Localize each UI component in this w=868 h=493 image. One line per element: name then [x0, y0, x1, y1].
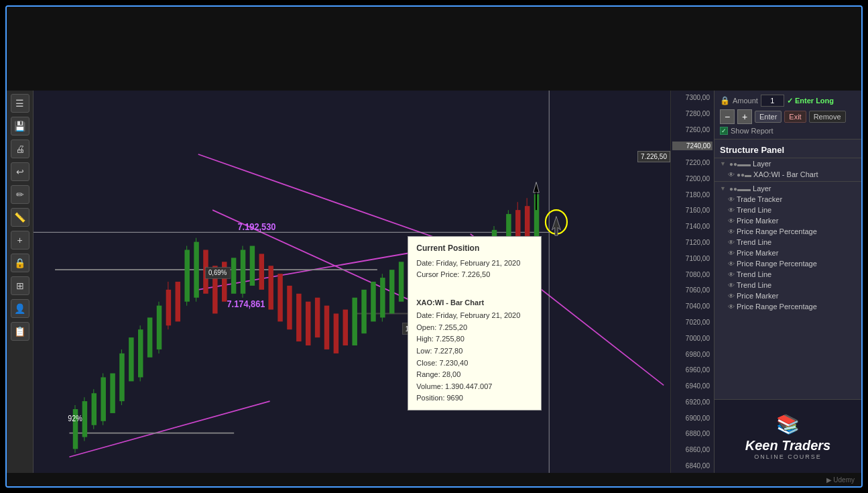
price-7060: 7060,00 — [672, 286, 712, 294]
price-6880: 6880,00 — [672, 430, 712, 437]
tooltip-chart-date: Date: Friday, February 21, 2020 — [416, 310, 533, 322]
pricerange-3-label: Price Range Percentage — [737, 303, 817, 311]
amount-input[interactable]: 1 — [761, 95, 784, 107]
exit-button[interactable]: Exit — [784, 111, 806, 123]
trendline-2-label: Trend Line — [737, 238, 771, 246]
price-6900: 6900,00 — [672, 415, 712, 422]
price-7120: 7120,00 — [672, 239, 712, 246]
pricerange-2-item[interactable]: 👁 Price Range Percentage — [715, 258, 861, 269]
chart-item[interactable]: 👁 ●●▬ XAO:WI - Bar Chart — [715, 169, 861, 180]
svg-rect-25 — [147, 317, 152, 357]
svg-rect-38 — [231, 258, 236, 293]
draw-btn[interactable]: ✏ — [11, 185, 29, 204]
svg-text:7.174,861: 7.174,861 — [227, 298, 265, 309]
udemy-label: ▶ Udemy — [826, 476, 855, 484]
layer-1[interactable]: ▼ ●●▬▬ Layer — [715, 158, 861, 169]
trade-tracker-item[interactable]: 👁 Trade Tracker — [715, 194, 861, 205]
show-report-checkbox[interactable]: ✓ — [720, 127, 728, 135]
notes-btn[interactable]: 📋 — [11, 322, 29, 341]
svg-rect-26 — [157, 306, 162, 349]
remove-button[interactable]: Remove — [809, 111, 846, 123]
svg-rect-42 — [259, 254, 264, 289]
price-7160: 7160,00 — [672, 207, 712, 214]
grid-btn[interactable]: ⊞ — [11, 276, 29, 295]
price-7220: 7220,00 — [672, 159, 712, 166]
svg-rect-30 — [176, 282, 180, 321]
pricemarker-3-item[interactable]: 👁 Price Marker — [715, 290, 861, 301]
kt-icon: 📚 — [776, 413, 800, 435]
tooltip-cursor-price: Cursor Price: 7.226,50 — [416, 269, 533, 281]
trendline-3-item[interactable]: 👁 Trend Line — [715, 269, 861, 280]
trendline-2-item[interactable]: 👁 Trend Line — [715, 237, 861, 248]
lock-btn[interactable]: 🔒 — [11, 254, 29, 272]
svg-rect-45 — [287, 286, 292, 329]
chart-icons: ●●▬ — [737, 171, 751, 178]
tooltip-open: Open: 7.255,20 — [416, 322, 533, 334]
svg-rect-43 — [268, 266, 273, 309]
svg-rect-15 — [92, 393, 97, 425]
save-btn[interactable]: 💾 — [11, 117, 29, 135]
eye-icon-tl3: 👁 — [728, 271, 735, 278]
trade-row-2: − + Enter Exit Remove — [720, 109, 856, 124]
layer-2-label: Layer — [753, 184, 771, 193]
svg-rect-44 — [277, 274, 282, 321]
minus-button[interactable]: − — [720, 109, 735, 124]
svg-rect-51 — [343, 310, 348, 345]
trade-row-1: 🔒 Amount 1 ✓ Enter Long — [720, 95, 856, 107]
structure-panel-title: Structure Panel — [715, 142, 861, 158]
svg-rect-47 — [306, 302, 310, 345]
pricerange-1-item[interactable]: 👁 Price Range Percentage — [715, 226, 861, 237]
plus-button[interactable]: + — [737, 109, 752, 124]
tooltip-chart-title: XAO:WI - Bar Chart — [416, 297, 533, 309]
trendline-1-item[interactable]: 👁 Trend Line — [715, 205, 861, 215]
price-6860: 6860,00 — [672, 446, 712, 453]
ruler-btn[interactable]: 📏 — [11, 208, 29, 227]
layer-icons-1: ●●▬▬ — [729, 160, 751, 168]
amount-label: Amount — [733, 97, 758, 105]
eye-icon-pm2: 👁 — [728, 250, 735, 257]
svg-rect-19 — [110, 374, 115, 413]
print-btn[interactable]: 🖨 — [11, 140, 29, 158]
svg-text:7.192,530: 7.192,530 — [237, 221, 275, 232]
tooltip-date: Date: Friday, February 21, 2020 — [416, 258, 533, 270]
price-7240: 7240,00 — [672, 142, 712, 150]
svg-rect-48 — [315, 298, 320, 337]
price-6940: 6940,00 — [672, 382, 712, 390]
crosshair-price: 7.226,50 — [637, 151, 670, 162]
eye-icon-pm3: 👁 — [728, 292, 735, 300]
price-7300: 7300,00 — [672, 94, 712, 101]
pricemarker-2-label: Price Marker — [737, 249, 778, 257]
user-btn[interactable]: 👤 — [11, 299, 29, 318]
eye-icon-tl1: 👁 — [728, 207, 735, 214]
eye-icon-prp3: 👁 — [728, 303, 735, 311]
svg-rect-22 — [129, 337, 133, 381]
layer-2[interactable]: ▼ ●●▬▬ Layer — [715, 183, 861, 194]
trendline-3-label: Trend Line — [737, 270, 771, 278]
add-btn[interactable]: + — [11, 231, 29, 250]
price-6840: 6840,00 — [672, 462, 712, 470]
trade-controls: 🔒 Amount 1 ✓ Enter Long − + Enter Exit R… — [715, 91, 861, 140]
svg-rect-54 — [371, 282, 375, 321]
trendline-4-item[interactable]: 👁 Trend Line — [715, 280, 861, 290]
svg-rect-50 — [334, 314, 338, 353]
main-content: ☰ 💾 🖨 ↩ ✏ 📏 + 🔒 ⊞ 👤 📋 — [7, 91, 861, 473]
tooltip-popup: Current Position Date: Friday, February … — [408, 236, 542, 410]
chart-area: Trading On Trading On Trading On Trading… — [34, 91, 714, 473]
pricemarker-2-item[interactable]: 👁 Price Marker — [715, 248, 861, 258]
svg-rect-41 — [250, 246, 255, 286]
undo-btn[interactable]: ↩ — [11, 162, 29, 181]
pricemarker-1-item[interactable]: 👁 Price Marker — [715, 215, 861, 226]
pricerange-2-label: Price Range Percentage — [737, 260, 817, 268]
lock-icon: 🔒 — [720, 96, 730, 105]
price-6980: 6980,00 — [672, 351, 712, 358]
show-report-row: ✓ Show Report — [720, 127, 856, 135]
enter-button[interactable]: Enter — [755, 111, 782, 123]
eye-icon-pm1: 👁 — [728, 217, 735, 225]
top-bar — [7, 7, 861, 91]
menu-btn[interactable]: ☰ — [11, 94, 29, 113]
price-7180: 7180,00 — [672, 191, 712, 199]
layer-1-label: Layer — [753, 160, 771, 168]
svg-rect-58 — [399, 262, 404, 301]
svg-rect-52 — [352, 298, 357, 345]
pricerange-3-item[interactable]: 👁 Price Range Percentage — [715, 301, 861, 312]
